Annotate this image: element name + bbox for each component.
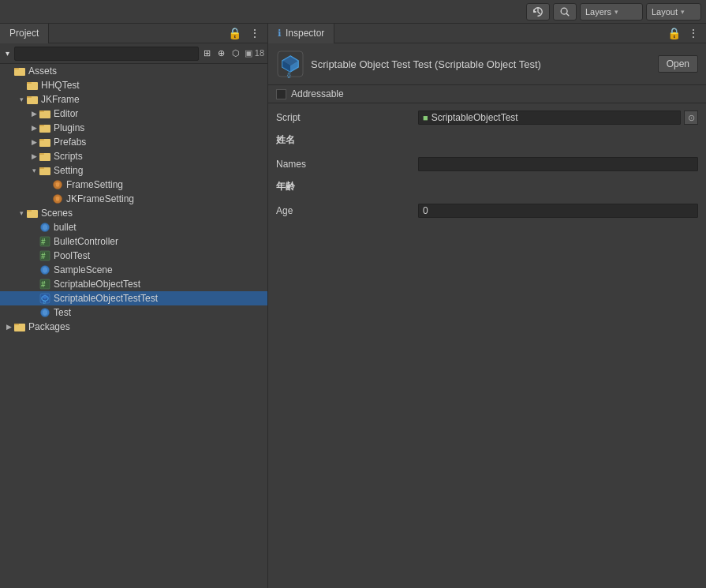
tree-item[interactable]: ▶Editor xyxy=(0,107,267,121)
tree-item[interactable]: FrameSetting xyxy=(0,178,267,192)
tree-item[interactable]: ▾JKFrame xyxy=(0,92,267,107)
inspector-tab-bar: ℹ Inspector 🔒 ⋮ xyxy=(268,24,706,43)
project-tab-label: Project xyxy=(9,28,39,39)
names-input[interactable] xyxy=(418,157,698,171)
tree-item-icon: {} xyxy=(39,293,50,304)
age-section-label: 年齢 xyxy=(276,180,295,193)
more-options-button[interactable]: ⋮ xyxy=(247,27,263,39)
tree-item-icon xyxy=(27,94,38,105)
tree-item-label: Assets xyxy=(28,66,57,77)
inspector-lock-button[interactable]: 🔒 xyxy=(665,27,683,39)
tree-item[interactable]: ▾Setting xyxy=(0,163,267,178)
svg-text:#: # xyxy=(41,280,46,289)
tree-item-label: JKFrameSetting xyxy=(66,193,134,204)
age-input[interactable] xyxy=(418,204,698,218)
svg-rect-8 xyxy=(39,110,44,112)
inspector-title: Scriptable Object Test Test (Scriptable … xyxy=(311,58,652,70)
project-search-bar: ▾ ⊞ ⊕ ⬡ ▣ 18 xyxy=(0,43,267,64)
tree-item[interactable]: ▶Prefabs xyxy=(0,135,267,149)
tree-item-icon xyxy=(39,137,50,148)
svg-rect-2 xyxy=(14,68,19,69)
tree-item-icon: # xyxy=(39,250,50,261)
layers-dropdown[interactable]: Layers ▾ xyxy=(580,3,643,21)
cs-icon: ■ xyxy=(423,113,428,122)
age-section-row: 年齢 xyxy=(276,177,698,198)
tree-arrow: ▶ xyxy=(28,138,39,146)
tree-item[interactable]: Test xyxy=(0,305,267,320)
project-tree: AssetsHHQTest▾JKFrame▶Editor▶Plugins▶Pre… xyxy=(0,64,267,588)
tree-item-icon xyxy=(39,264,50,275)
filter-button[interactable]: ⬡ xyxy=(230,48,242,58)
project-search-input[interactable] xyxy=(14,47,199,61)
tree-item-label: Setting xyxy=(54,165,83,176)
tree-item-icon xyxy=(39,165,50,176)
tree-item-icon xyxy=(14,321,25,332)
tree-arrow: ▶ xyxy=(3,323,14,331)
view-toggle-button[interactable]: ⊞ xyxy=(201,48,213,58)
names-section-label: 姓名 xyxy=(276,133,295,147)
layers-label: Layers xyxy=(585,7,611,17)
tree-item-icon: # xyxy=(39,236,50,247)
tree-item-label: ScriptableObjectTest xyxy=(54,279,140,290)
tree-item[interactable]: ▾Scenes xyxy=(0,206,267,220)
tree-item[interactable]: JKFrameSetting xyxy=(0,192,267,206)
layout-label: Layout xyxy=(652,7,678,17)
tree-item-icon xyxy=(52,193,63,204)
tree-item[interactable]: HHQTest xyxy=(0,78,267,92)
layers-chevron: ▾ xyxy=(614,8,618,16)
svg-rect-12 xyxy=(39,139,44,140)
tree-item[interactable]: bullet xyxy=(0,220,267,234)
tree-item-icon xyxy=(14,66,25,77)
svg-text:{}: {} xyxy=(287,72,291,78)
tree-item[interactable]: ▶Scripts xyxy=(0,149,267,163)
tree-item[interactable]: {}ScriptableObjectTestTest xyxy=(0,291,267,305)
svg-rect-16 xyxy=(39,167,44,169)
tree-arrow: ▶ xyxy=(28,110,39,118)
addressable-checkbox[interactable] xyxy=(276,89,286,99)
script-pick-button[interactable]: ⊙ xyxy=(684,110,698,125)
dropdown-arrow[interactable]: ▾ xyxy=(3,49,12,58)
tree-item-label: Prefabs xyxy=(54,137,86,148)
svg-rect-10 xyxy=(39,125,44,126)
tree-item[interactable]: #ScriptableObjectTest xyxy=(0,277,267,291)
search-toolbar-icon xyxy=(559,6,570,17)
tree-item-icon xyxy=(39,151,50,162)
svg-rect-6 xyxy=(27,96,32,98)
script-name: ScriptableObjectTest xyxy=(431,112,518,123)
tree-item-label: bullet xyxy=(54,222,77,233)
top-toolbar: Layers ▾ Layout ▾ xyxy=(0,0,706,24)
inspector-more-button[interactable]: ⋮ xyxy=(685,27,701,39)
tree-item-icon xyxy=(39,108,50,119)
tree-item-label: JKFrame xyxy=(41,94,80,105)
names-section-row: 姓名 xyxy=(276,130,698,152)
inspector-info-icon: ℹ xyxy=(278,28,282,39)
inspector-tab-label: Inspector xyxy=(286,28,324,39)
script-field-row: Script ■ ScriptableObjectTest ⊙ xyxy=(276,110,698,125)
tree-item[interactable]: #BulletController xyxy=(0,234,267,249)
tree-arrow: ▾ xyxy=(16,96,27,103)
tree-item-label: BulletController xyxy=(54,236,118,247)
tree-item-label: Editor xyxy=(54,108,78,119)
open-button[interactable]: Open xyxy=(658,55,698,73)
names-field-row: Names xyxy=(276,156,698,172)
tree-item-icon xyxy=(39,222,50,233)
project-tab[interactable]: Project xyxy=(0,24,49,43)
tree-arrow: ▾ xyxy=(28,167,39,174)
layout-dropdown[interactable]: Layout ▾ xyxy=(646,3,701,21)
tree-item[interactable]: ▶Plugins xyxy=(0,121,267,135)
search-toolbar-button[interactable] xyxy=(553,3,577,21)
inspector-tab[interactable]: ℹ Inspector xyxy=(268,24,334,43)
tree-item[interactable]: #PoolTest xyxy=(0,249,267,263)
favorite-button[interactable]: ⊕ xyxy=(215,48,227,58)
tree-arrow: ▾ xyxy=(16,209,27,217)
tree-item[interactable]: SampleScene xyxy=(0,263,267,277)
lock-button[interactable]: 🔒 xyxy=(226,27,244,39)
age-value-col xyxy=(418,204,698,218)
project-tab-bar: Project 🔒 ⋮ xyxy=(0,24,267,43)
right-panel: ℹ Inspector 🔒 ⋮ {} Scriptable Object Tes xyxy=(268,24,706,588)
tree-item[interactable]: ▶Packages xyxy=(0,320,267,334)
history-button[interactable] xyxy=(526,3,550,21)
tree-item-label: Plugins xyxy=(54,122,84,133)
tree-item[interactable]: Assets xyxy=(0,64,267,78)
svg-text:#: # xyxy=(41,252,46,260)
